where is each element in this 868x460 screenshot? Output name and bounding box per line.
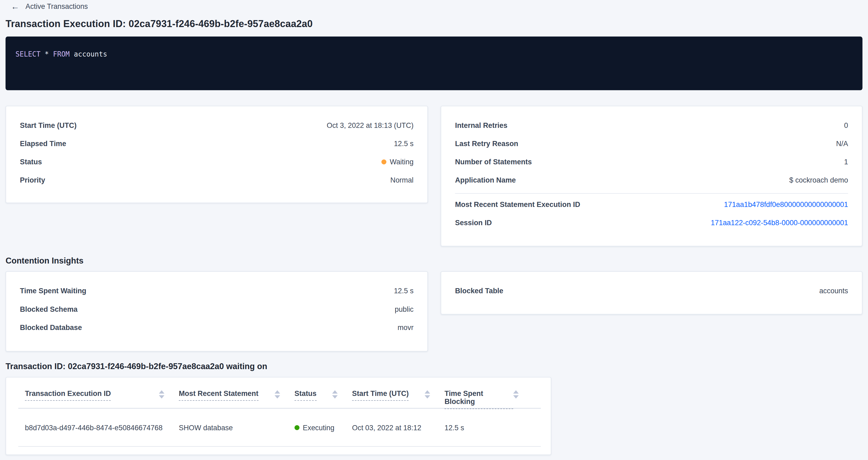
statement-execution-id-link[interactable]: 171aa1b478fdf0e80000000000000001	[724, 201, 848, 209]
column-header-most-recent-statement[interactable]: Most Recent Statement	[179, 389, 294, 401]
status-value: Waiting	[381, 158, 414, 166]
column-header-status[interactable]: Status	[294, 389, 352, 401]
status-label: Executing	[303, 423, 335, 432]
summary-row-label: Last Retry Reason	[455, 140, 518, 148]
summary-row: Time Spent Waiting 12.5 s	[6, 282, 428, 300]
summary-row-value: 0	[844, 121, 848, 129]
table-row: b8d7d03a-d497-446b-8474-e50846674768 SHO…	[18, 408, 541, 447]
waiting-on-heading: Transaction ID: 02ca7931-f246-469b-b2fe-…	[6, 361, 267, 371]
sort-arrows-icon[interactable]	[332, 390, 338, 399]
summary-row-value: N/A	[836, 140, 848, 148]
summary-row: Application Name $ cockroach demo	[441, 171, 862, 189]
summary-row-label: Application Name	[455, 176, 516, 184]
summary-row-label: Status	[20, 158, 42, 166]
sql-keyword: SELECT	[16, 50, 40, 58]
back-link-active-transactions[interactable]: ← Active Transactions	[11, 2, 88, 10]
column-header-transaction-execution-id[interactable]: Transaction Execution ID	[25, 389, 179, 401]
contention-card-right: Blocked Table accounts	[441, 271, 863, 314]
cell-start-time: Oct 03, 2022 at 18:12	[352, 423, 444, 432]
arrow-left-icon: ←	[11, 2, 19, 10]
column-header-label: Time Spent Blocking	[444, 389, 513, 409]
waiting-transactions-table-card: Transaction Execution ID Most Recent Sta…	[6, 377, 551, 455]
summary-row-label: Start Time (UTC)	[20, 121, 76, 129]
summary-row: Number of Statements 1	[441, 153, 862, 171]
summary-row-value: accounts	[819, 287, 848, 295]
summary-row-label: Session ID	[455, 219, 492, 227]
summary-row-label: Time Spent Waiting	[20, 287, 86, 295]
summary-row: Blocked Database movr	[6, 318, 428, 336]
table-header-row: Transaction Execution ID Most Recent Sta…	[18, 377, 541, 408]
summary-row-label: Blocked Database	[20, 323, 82, 332]
summary-row-label: Blocked Table	[455, 287, 503, 295]
summary-row-label: Most Recent Statement Execution ID	[455, 201, 580, 209]
contention-card-left: Time Spent Waiting 12.5 s Blocked Schema…	[6, 271, 428, 351]
sort-arrows-icon[interactable]	[275, 390, 280, 399]
summary-row: Internal Retries 0	[441, 116, 862, 134]
summary-row-value: public	[395, 305, 413, 313]
column-header-label: Status	[294, 389, 317, 401]
cell-time-spent-blocking: 12.5 s	[444, 423, 533, 432]
sql-keyword: FROM	[53, 50, 70, 58]
summary-row: Blocked Schema public	[6, 300, 428, 318]
column-header-start-time[interactable]: Start Time (UTC)	[352, 389, 444, 401]
summary-row-value: Oct 3, 2022 at 18:13 (UTC)	[327, 121, 414, 129]
card-divider	[455, 193, 848, 194]
summary-card-right: Internal Retries 0 Last Retry Reason N/A…	[441, 105, 863, 246]
sort-arrows-icon[interactable]	[513, 390, 519, 399]
summary-row: Session ID 171aa122-c092-54b8-0000-00000…	[441, 214, 862, 232]
column-header-label: Transaction Execution ID	[25, 389, 111, 401]
summary-row: Last Retry Reason N/A	[441, 134, 862, 153]
status-executing-dot-icon	[294, 425, 300, 430]
summary-row: Elapsed Time 12.5 s	[6, 134, 428, 153]
sort-arrows-icon[interactable]	[159, 390, 164, 399]
summary-row: Blocked Table accounts	[441, 282, 862, 300]
summary-row-label: Priority	[20, 176, 45, 184]
summary-row-value: 12.5 s	[394, 287, 413, 295]
session-id-link[interactable]: 171aa122-c092-54b8-0000-000000000001	[711, 219, 848, 227]
column-header-label: Start Time (UTC)	[352, 389, 408, 401]
summary-row-value: Normal	[390, 176, 414, 184]
transaction-details-page: ← Active Transactions Transaction Execut…	[0, 0, 868, 460]
status-label: Waiting	[390, 158, 414, 166]
summary-row: Priority Normal	[6, 171, 428, 189]
cell-status: Executing	[294, 423, 352, 432]
status-waiting-dot-icon	[381, 159, 386, 164]
summary-row-label: Internal Retries	[455, 121, 507, 129]
summary-card-left: Start Time (UTC) Oct 3, 2022 at 18:13 (U…	[6, 105, 428, 203]
contention-insights-heading: Contention Insights	[6, 256, 84, 265]
sql-statement-box: SELECT * FROM accounts	[6, 36, 863, 90]
summary-row-label: Elapsed Time	[20, 140, 66, 148]
sort-arrows-icon[interactable]	[425, 390, 430, 399]
summary-row-label: Blocked Schema	[20, 305, 78, 313]
summary-row-value: 1	[844, 158, 848, 166]
column-header-label: Most Recent Statement	[179, 389, 258, 401]
summary-row: Status Waiting	[6, 153, 428, 171]
summary-row-value: $ cockroach demo	[789, 176, 848, 184]
back-link-label: Active Transactions	[26, 2, 88, 10]
sql-text: *	[40, 50, 53, 58]
cell-transaction-execution-id: b8d7d03a-d497-446b-8474-e50846674768	[25, 423, 179, 432]
summary-row-value: 12.5 s	[394, 140, 413, 148]
summary-row-label: Number of Statements	[455, 158, 532, 166]
sql-text: accounts	[70, 50, 107, 58]
summary-row-value: movr	[398, 323, 414, 332]
cell-most-recent-statement: SHOW database	[179, 423, 294, 432]
summary-row: Start Time (UTC) Oct 3, 2022 at 18:13 (U…	[6, 116, 428, 134]
page-title: Transaction Execution ID: 02ca7931-f246-…	[6, 18, 313, 30]
column-header-time-spent-blocking[interactable]: Time Spent Blocking	[444, 389, 533, 409]
summary-row: Most Recent Statement Execution ID 171aa…	[441, 195, 862, 214]
